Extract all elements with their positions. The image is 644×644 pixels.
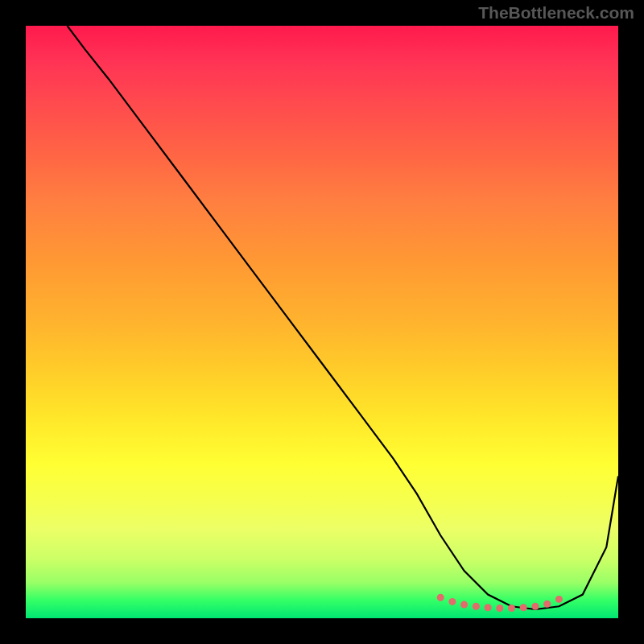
marker-dot <box>448 598 456 605</box>
marker-dot <box>460 601 468 609</box>
marker-dot <box>520 604 527 611</box>
watermark-text: TheBottleneck.com <box>478 3 634 23</box>
marker-dot <box>543 601 551 608</box>
marker-dot <box>473 603 480 610</box>
bottleneck-curve <box>68 26 619 609</box>
marker-dot <box>532 603 539 610</box>
chart-svg <box>26 26 618 618</box>
plot-area <box>26 26 618 618</box>
marker-dot <box>555 596 563 603</box>
marker-dot <box>496 605 503 612</box>
marker-dot <box>437 594 444 601</box>
marker-dot <box>485 604 492 611</box>
marker-dot <box>508 605 515 612</box>
